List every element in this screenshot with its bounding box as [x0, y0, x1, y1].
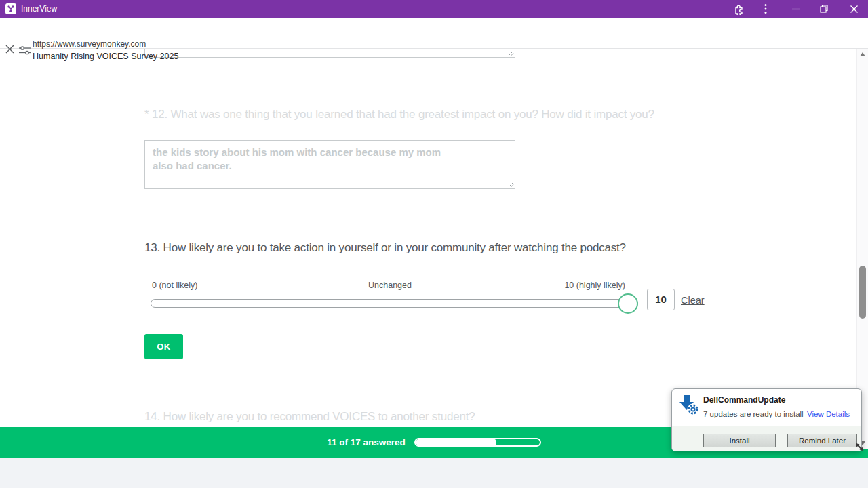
- progress-text: 11 of 17 answered: [327, 437, 406, 447]
- menu-dots-icon[interactable]: [754, 0, 777, 18]
- question-12-label: * 12. What was one thing that you learne…: [144, 108, 728, 121]
- notification-title: DellCommandUpdate: [703, 395, 785, 405]
- scrollbar-up-arrow-icon[interactable]: [860, 52, 865, 56]
- titlebar: InnerView: [0, 0, 868, 18]
- extensions-puzzle-icon[interactable]: [727, 0, 750, 18]
- tune-sliders-icon[interactable]: [19, 45, 31, 58]
- view-details-link[interactable]: View Details: [807, 410, 850, 418]
- dell-update-icon: [677, 394, 699, 418]
- q12-answer-text: the kids story about his mom with cancer…: [153, 146, 507, 173]
- slider-value-input[interactable]: 10: [647, 289, 675, 310]
- clear-link[interactable]: Clear: [681, 295, 705, 306]
- q12-textarea[interactable]: the kids story about his mom with cancer…: [144, 140, 515, 189]
- slider-min-label: 0 (not likely): [152, 281, 197, 290]
- molecule-icon: [7, 5, 15, 13]
- remind-later-button[interactable]: Remind Later: [787, 434, 857, 447]
- ok-button[interactable]: OK: [144, 334, 183, 359]
- page-url: https://www.surveymonkey.com: [33, 39, 146, 49]
- progress-bar: [414, 438, 541, 447]
- question-13-label: 13. How likely are you to take action in…: [144, 241, 728, 255]
- slider-track[interactable]: [151, 299, 638, 308]
- restore-button[interactable]: [812, 0, 835, 18]
- close-page-icon[interactable]: [5, 45, 14, 55]
- browser-header: https://www.surveymonkey.com Humanity Ri…: [0, 18, 868, 49]
- question-14-label: 14. How likely are you to recommend VOIC…: [144, 410, 728, 424]
- mouse-cursor: [855, 443, 865, 455]
- notification-message: 7 updates are ready to install: [703, 410, 804, 418]
- minimize-button[interactable]: [784, 0, 807, 18]
- slider-handle[interactable]: [618, 293, 638, 314]
- progress-bar-fill: [416, 439, 496, 445]
- innerview-app-icon: [5, 3, 16, 14]
- page-title: Humanity Rising VOICES Survey 2025: [33, 52, 178, 61]
- resize-handle-icon[interactable]: [508, 182, 514, 188]
- dell-update-notification: DellCommandUpdate 7 updates are ready to…: [671, 388, 862, 451]
- close-window-button[interactable]: [842, 0, 865, 18]
- resize-handle-icon[interactable]: [508, 50, 514, 56]
- window-title: InnerView: [21, 4, 57, 14]
- install-button[interactable]: Install: [703, 434, 776, 447]
- scrollbar-thumb[interactable]: [859, 266, 866, 319]
- slider-mid-label: Unchanged: [305, 281, 475, 290]
- slider-max-label: 10 (highly likely): [509, 281, 625, 290]
- taskbar: Search: [0, 458, 868, 488]
- screen: InnerView: [0, 0, 868, 488]
- q11-textarea-partial[interactable]: [144, 49, 515, 58]
